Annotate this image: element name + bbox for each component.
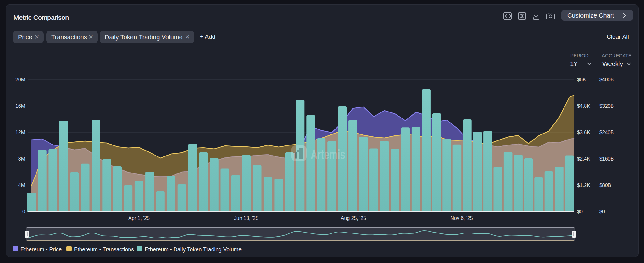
svg-text:Artemis: Artemis [311,147,345,162]
